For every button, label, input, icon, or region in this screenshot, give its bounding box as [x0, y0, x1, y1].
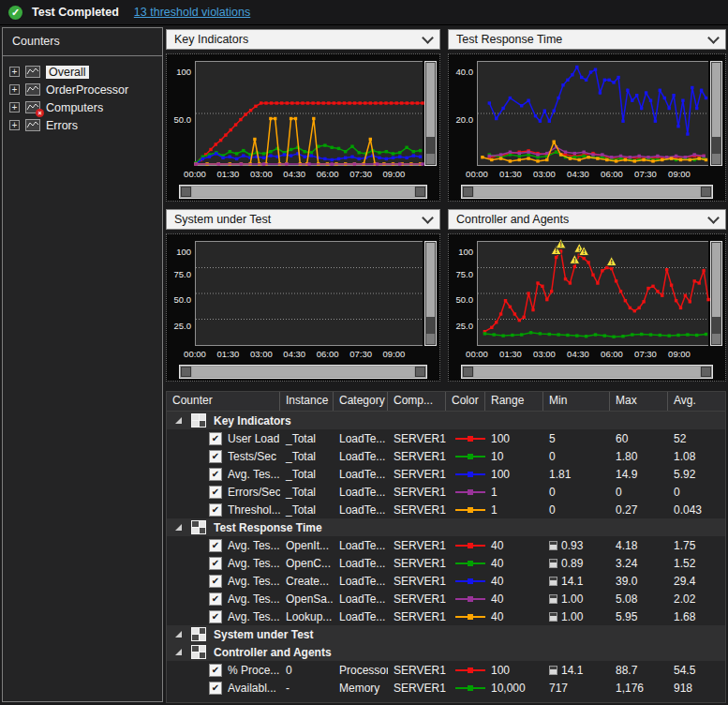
counter-name: Avg. Tes...: [228, 557, 280, 570]
vertical-scroll-button[interactable]: [712, 334, 721, 344]
min-value: 1.00: [561, 592, 583, 606]
row-checkbox[interactable]: ✔: [209, 486, 222, 499]
data-point-marker: [624, 158, 627, 161]
data-point-marker: [390, 101, 393, 104]
group-row-key-indicators[interactable]: Key Indicators: [167, 412, 725, 429]
table-row[interactable]: ✔Avg. Tes...OpenC...LoadTe...SERVER1400.…: [167, 554, 725, 572]
vertical-scroll-thumb[interactable]: [712, 243, 721, 317]
row-checkbox[interactable]: ✔: [209, 432, 222, 445]
expand-triangle-icon[interactable]: [175, 631, 182, 638]
range-cell: 40: [485, 536, 543, 554]
column-header-comp[interactable]: Comp...: [388, 392, 446, 411]
column-header-avg[interactable]: Avg.: [668, 392, 725, 411]
scroll-left-handle[interactable]: [463, 187, 473, 197]
column-header-color[interactable]: Color: [446, 392, 485, 411]
row-checkbox[interactable]: ✔: [209, 468, 222, 481]
horizontal-scrollbar[interactable]: [461, 365, 713, 379]
horizontal-scroll-thumb[interactable]: [474, 187, 700, 197]
vertical-scrollbar[interactable]: [710, 61, 722, 166]
row-checkbox[interactable]: ✔: [209, 503, 222, 517]
vertical-scroll-button[interactable]: [426, 334, 435, 344]
scroll-right-handle[interactable]: [701, 367, 711, 377]
scroll-left-handle[interactable]: [463, 367, 473, 377]
scroll-right-handle[interactable]: [415, 187, 425, 197]
table-row[interactable]: ✔Avg. Tes...OpenIt...LoadTe...SERVER1400…: [167, 536, 725, 554]
counter-cell: ✔User Load: [167, 429, 280, 447]
horizontal-scroll-thumb[interactable]: [192, 187, 414, 197]
horizontal-scroll-thumb[interactable]: [474, 367, 700, 377]
scroll-right-handle[interactable]: [415, 367, 425, 377]
table-row[interactable]: ✔Avg. Tes...Create...LoadTe...SERVER1401…: [167, 572, 725, 590]
column-header-category[interactable]: Category: [334, 392, 388, 411]
status-bar: ✓ Test Completed 13 threshold violations: [0, 0, 728, 25]
row-checkbox[interactable]: ✔: [209, 557, 222, 570]
table-row[interactable]: ✔Errors/Sec_TotalLoadTe...SERVER11000: [167, 483, 725, 501]
vertical-scroll-button[interactable]: [426, 154, 435, 164]
row-checkbox[interactable]: ✔: [209, 450, 222, 463]
table-row[interactable]: ✔Avg. Tes...Lookup...LoadTe...SERVER1401…: [167, 608, 725, 625]
row-checkbox[interactable]: ✔: [209, 610, 222, 623]
avg-cell: 5.92: [668, 465, 725, 483]
table-row[interactable]: ✔% Proce...0ProcessorSERVER110014.188.75…: [167, 661, 725, 679]
sidebar-item-label: OrderProcessor: [46, 83, 128, 97]
sidebar-item-orderprocessor[interactable]: +OrderProcessor: [3, 81, 162, 98]
row-checkbox[interactable]: ✔: [209, 575, 222, 588]
avg-cell: 1.08: [668, 447, 725, 465]
vertical-scrollbar[interactable]: [710, 241, 722, 346]
expand-triangle-icon[interactable]: [175, 649, 182, 655]
table-row[interactable]: ✔User Load_TotalLoadTe...SERVER110056052: [167, 429, 725, 447]
column-header-max[interactable]: Max: [610, 392, 668, 411]
horizontal-scrollbar[interactable]: [179, 365, 427, 379]
table-row[interactable]: ✔Threshol..._TotalLoadTe...SERVER1100.27…: [167, 501, 725, 518]
expand-plus-icon[interactable]: +: [9, 67, 20, 77]
group-row-system-under-test[interactable]: System under Test: [167, 625, 725, 643]
row-checkbox[interactable]: ✔: [209, 539, 222, 552]
sidebar-item-errors[interactable]: +Errors: [3, 116, 162, 134]
scroll-right-handle[interactable]: [701, 187, 711, 197]
expand-plus-icon[interactable]: +: [9, 102, 20, 112]
horizontal-scroll-thumb[interactable]: [192, 367, 414, 377]
table-row[interactable]: ✔Avg. Tes..._TotalLoadTe...SERVER11001.8…: [167, 465, 725, 483]
chart-select-controller-and-agents[interactable]: Controller and Agents: [448, 209, 726, 230]
avg-cell: 1.52: [668, 554, 725, 572]
group-row-test-response-time[interactable]: Test Response Time: [167, 518, 725, 536]
vertical-scrollbar[interactable]: [424, 61, 437, 166]
table-row[interactable]: ✔Availabl...-MemorySERVER110,0007171,176…: [167, 679, 725, 697]
x-axis-labels: 00:0001:3003:0004:3006:0007:3009:00: [477, 346, 725, 362]
column-header-instance[interactable]: Instance: [280, 392, 334, 411]
sidebar-item-computers[interactable]: +×Computers: [3, 98, 162, 116]
vertical-scroll-thumb[interactable]: [426, 63, 435, 137]
scroll-left-handle[interactable]: [181, 187, 191, 197]
counter-cell: ✔Avg. Tes...: [167, 536, 280, 554]
data-point-marker: [591, 274, 594, 277]
vertical-scrollbar[interactable]: [424, 241, 437, 346]
sidebar-item-overall[interactable]: +Overall: [3, 63, 162, 81]
chart-select-system-under-test[interactable]: System under Test: [166, 209, 440, 230]
table-row[interactable]: ✔Avg. Tes...OpenSa...LoadTe...SERVER1401…: [167, 590, 725, 608]
horizontal-scrollbar[interactable]: [461, 185, 713, 199]
horizontal-scrollbar[interactable]: [179, 185, 427, 199]
row-checkbox[interactable]: ✔: [209, 664, 222, 677]
x-tick-label: 01:30: [214, 349, 242, 359]
column-header-min[interactable]: Min: [543, 392, 610, 411]
data-point-marker: [681, 99, 684, 102]
chart-select-test-response-time[interactable]: Test Response Time: [448, 29, 726, 50]
vertical-scroll-thumb[interactable]: [426, 243, 435, 317]
column-header-counter[interactable]: Counter: [167, 392, 280, 411]
color-cell: [446, 572, 485, 590]
vertical-scroll-thumb[interactable]: [712, 63, 721, 137]
expand-triangle-icon[interactable]: [175, 524, 182, 531]
vertical-scroll-button[interactable]: [712, 154, 721, 164]
expand-plus-icon[interactable]: +: [9, 84, 20, 95]
expand-triangle-icon[interactable]: [175, 417, 182, 424]
data-point-marker: [589, 70, 592, 73]
chart-select-key-indicators[interactable]: Key Indicators: [166, 29, 440, 50]
row-checkbox[interactable]: ✔: [209, 682, 222, 695]
column-header-range[interactable]: Range: [485, 392, 543, 411]
table-row[interactable]: ✔Tests/Sec_TotalLoadTe...SERVER11001.801…: [167, 447, 725, 465]
expand-plus-icon[interactable]: +: [9, 120, 20, 130]
row-checkbox[interactable]: ✔: [209, 592, 222, 606]
threshold-violations-link[interactable]: 13 threshold violations: [134, 6, 250, 19]
group-row-controller-and-agents[interactable]: Controller and Agents: [167, 643, 725, 661]
scroll-left-handle[interactable]: [181, 367, 191, 377]
